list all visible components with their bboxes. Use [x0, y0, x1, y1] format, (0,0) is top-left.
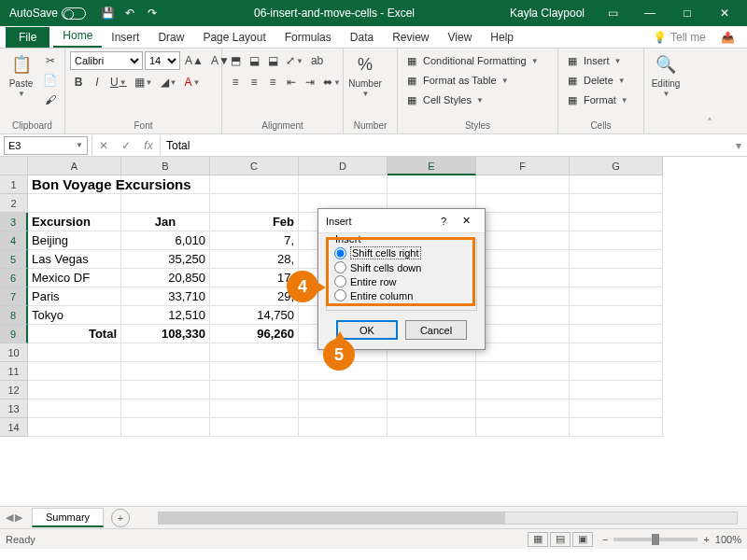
cell[interactable]	[210, 381, 299, 399]
tab-insert[interactable]: Insert	[102, 27, 148, 48]
orientation-icon[interactable]: ⤢▼	[283, 51, 306, 70]
radio-input[interactable]	[334, 289, 346, 301]
indent-left-icon[interactable]: ⇤	[283, 73, 300, 91]
cell[interactable]	[299, 418, 388, 437]
tab-data[interactable]: Data	[341, 27, 383, 48]
chevron-down-icon[interactable]: ▼	[76, 141, 83, 149]
cell[interactable]: 108,330	[121, 325, 210, 343]
italic-button[interactable]: I	[89, 73, 106, 91]
underline-button[interactable]: U▼	[107, 73, 130, 91]
cell[interactable]	[388, 362, 476, 381]
insert-cells-button[interactable]: ▦Insert▼	[563, 51, 630, 70]
close-dialog-icon[interactable]: ✕	[455, 215, 477, 227]
radio-input[interactable]	[334, 261, 346, 273]
editing-button[interactable]: 🔍 Editing ▼	[649, 51, 683, 98]
col-header-B[interactable]: B	[121, 157, 210, 175]
cell[interactable]	[388, 399, 476, 418]
cell[interactable]	[476, 287, 570, 306]
tab-view[interactable]: View	[439, 27, 482, 48]
cell[interactable]	[388, 175, 476, 194]
ribbon-options-icon[interactable]: ▭	[594, 0, 631, 26]
border-button[interactable]: ▦▼	[132, 73, 156, 91]
cell[interactable]	[476, 213, 570, 231]
cell[interactable]: Beijing	[28, 231, 121, 250]
align-left-icon[interactable]: ≡	[227, 73, 244, 91]
autosave-toggle[interactable]: AutoSave	[4, 7, 92, 20]
cell[interactable]: Excursion	[28, 213, 121, 231]
cell[interactable]: 33,710	[121, 287, 210, 306]
tab-draw[interactable]: Draw	[148, 27, 193, 48]
cell[interactable]	[476, 175, 570, 194]
cell[interactable]: Jan	[121, 213, 210, 231]
tab-file[interactable]: File	[6, 27, 49, 48]
font-color-button[interactable]: A▼	[181, 73, 203, 91]
toggle-off-icon[interactable]	[62, 7, 86, 20]
cancel-formula-icon[interactable]: ✕	[92, 135, 115, 156]
cell[interactable]	[570, 362, 663, 381]
cell[interactable]: 20,850	[121, 269, 210, 287]
cell[interactable]	[210, 418, 299, 437]
cancel-button[interactable]: Cancel	[405, 320, 467, 340]
zoom-out-icon[interactable]: −	[602, 534, 608, 545]
number-format-button[interactable]: % Number ▼	[348, 51, 382, 98]
row-header[interactable]: 9	[0, 325, 28, 343]
enter-formula-icon[interactable]: ✓	[115, 135, 137, 156]
cell[interactable]	[570, 194, 663, 213]
col-header-E[interactable]: E	[388, 157, 476, 175]
radio-entire-row[interactable]: Entire row	[334, 274, 469, 288]
row-header[interactable]: 6	[0, 269, 28, 287]
select-all-corner[interactable]	[0, 157, 28, 175]
cell[interactable]	[121, 194, 210, 213]
cell[interactable]	[476, 362, 570, 381]
cell[interactable]	[388, 381, 476, 399]
cell[interactable]	[210, 362, 299, 381]
cell[interactable]	[476, 343, 570, 362]
row-header[interactable]: 8	[0, 306, 28, 325]
radio-shift-right[interactable]: Shift cells right	[334, 245, 469, 260]
format-cells-button[interactable]: ▦Format▼	[563, 91, 630, 109]
scroll-thumb[interactable]	[159, 512, 505, 524]
cell[interactable]	[570, 381, 663, 399]
user-name[interactable]: Kayla Claypool	[500, 7, 594, 20]
cell[interactable]: Total	[28, 325, 121, 343]
cell[interactable]: Feb	[210, 213, 299, 231]
delete-cells-button[interactable]: ▦Delete▼	[563, 71, 630, 90]
cell[interactable]	[476, 306, 570, 325]
fill-color-button[interactable]: ◢▼	[158, 73, 180, 91]
cell[interactable]	[570, 250, 663, 269]
minimize-icon[interactable]: —	[631, 0, 669, 26]
radio-entire-column[interactable]: Entire column	[334, 288, 469, 302]
formula-input[interactable]: Total	[161, 139, 730, 152]
cell[interactable]	[476, 381, 570, 399]
maximize-icon[interactable]: □	[669, 0, 706, 26]
tab-formulas[interactable]: Formulas	[275, 27, 341, 48]
col-header-C[interactable]: C	[210, 157, 299, 175]
cell[interactable]	[299, 175, 388, 194]
close-icon[interactable]: ✕	[706, 0, 743, 26]
cell[interactable]	[210, 175, 299, 194]
help-icon[interactable]: ?	[432, 216, 455, 227]
cell[interactable]	[28, 399, 121, 418]
cell[interactable]: 6,010	[121, 231, 210, 250]
fx-icon[interactable]: fx	[137, 135, 160, 156]
format-as-table-button[interactable]: ▦Format as Table▼	[402, 71, 541, 90]
collapse-ribbon-icon[interactable]: ˄	[700, 49, 719, 133]
cell[interactable]	[570, 213, 663, 231]
tab-page-layout[interactable]: Page Layout	[193, 27, 275, 48]
save-icon[interactable]: 💾	[99, 5, 116, 21]
undo-icon[interactable]: ↶	[121, 5, 138, 21]
cell[interactable]	[570, 269, 663, 287]
cell[interactable]	[388, 418, 476, 437]
cell[interactable]: Tokyo	[28, 306, 121, 325]
row-header[interactable]: 5	[0, 250, 28, 269]
cell[interactable]: 7,	[210, 231, 299, 250]
cell[interactable]: Mexico DF	[28, 269, 121, 287]
cell[interactable]	[210, 399, 299, 418]
page-break-icon[interactable]: ▣	[572, 532, 593, 547]
align-bottom-icon[interactable]: ⬓	[264, 51, 281, 70]
radio-input[interactable]	[334, 247, 346, 259]
cell[interactable]	[121, 399, 210, 418]
zoom-level[interactable]: 100%	[715, 534, 741, 545]
next-sheet-icon[interactable]: ▶	[15, 511, 22, 524]
font-size-combo[interactable]: 14	[145, 51, 180, 70]
